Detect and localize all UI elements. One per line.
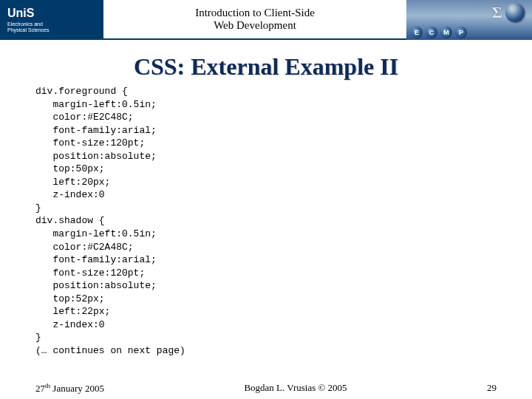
code-line: position:absolute;: [35, 151, 157, 162]
code-line: z-index:0: [35, 189, 105, 200]
dept-line2: Physical Sciences: [7, 27, 49, 33]
code-line: }: [35, 202, 41, 214]
code-line: color:#E2C48C;: [35, 112, 134, 123]
footer-date: 27th January 2005: [35, 382, 104, 395]
code-line: position:absolute;: [35, 280, 157, 291]
slide-footer: 27th January 2005 Bogdan L. Vrusias © 20…: [0, 382, 532, 395]
dept-line1: Electronics and: [7, 21, 43, 27]
code-line: }: [35, 332, 41, 343]
code-line: left:22px;: [35, 306, 110, 317]
code-line: margin-left:0.5in;: [35, 99, 157, 110]
slide-title: CSS: External Example II: [0, 53, 532, 81]
code-line: font-family:arial;: [35, 254, 157, 265]
brand-logo-text: UniS: [7, 7, 103, 20]
department-name: Electronics and Physical Sciences: [7, 21, 103, 33]
badge-c: C: [426, 27, 437, 38]
code-line: div.foreground {: [35, 86, 128, 97]
code-line: font-family:arial;: [35, 125, 157, 136]
code-line: z-index:0: [35, 319, 105, 330]
badge-p: P: [455, 27, 467, 38]
code-line: margin-left:0.5in;: [35, 228, 157, 239]
course-title-line1: Introduction to Client-Side: [195, 7, 315, 19]
footer-date-day: 27: [35, 383, 45, 394]
course-title-line2: Web Development: [214, 19, 296, 32]
code-block: div.foreground { margin-left:0.5in; colo…: [0, 85, 532, 357]
footer-author: Bogdan L. Vrusias © 2005: [244, 382, 347, 395]
course-title-block: Introduction to Client-Side Web Developm…: [103, 0, 406, 40]
footer-date-rest: January 2005: [50, 383, 104, 394]
badge-e: E: [411, 27, 423, 38]
footer-page-number: 29: [487, 382, 497, 395]
brand-block: UniS Electronics and Physical Sciences: [0, 0, 103, 40]
code-line: top:52px;: [35, 293, 105, 304]
badge-row: E C M P: [411, 27, 467, 38]
decorative-header-right: E C M P: [406, 0, 532, 40]
code-line: font-size:120pt;: [35, 267, 145, 279]
code-line: div.shadow {: [35, 215, 105, 226]
code-line: left:20px;: [35, 177, 110, 188]
slide-header: UniS Electronics and Physical Sciences I…: [0, 0, 532, 40]
code-line: font-size:120pt;: [35, 137, 145, 149]
code-line: top:50px;: [35, 163, 105, 174]
badge-m: M: [440, 27, 452, 38]
code-line: color:#C2A48C;: [35, 242, 134, 253]
code-line: (… continues on next page): [35, 345, 185, 356]
